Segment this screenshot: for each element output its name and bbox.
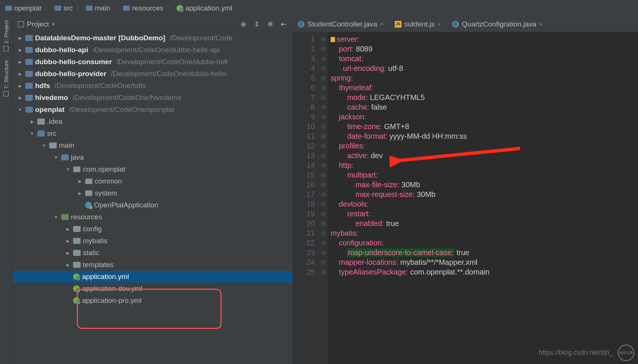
code-line[interactable]: thymeleaf: bbox=[331, 83, 638, 92]
code-line[interactable]: time-zone: GMT+8 bbox=[331, 122, 638, 131]
line-number-gutter: 1234567891011121314151617181920212223242… bbox=[293, 32, 319, 364]
tree-row[interactable]: common bbox=[13, 175, 293, 187]
locate-icon[interactable]: ⊕ bbox=[240, 21, 247, 28]
chevron-icon[interactable] bbox=[77, 179, 83, 184]
code-line[interactable]: date-format: yyyy-MM-dd HH:mm:ss bbox=[331, 131, 638, 141]
code-line[interactable]: enabled: true bbox=[331, 219, 638, 228]
tree-row[interactable]: application-dev.yml bbox=[13, 283, 293, 295]
chevron-icon[interactable] bbox=[17, 36, 23, 41]
code-line[interactable]: mapper-locations: mybatis/**/*Mapper.xml bbox=[331, 257, 638, 267]
editor-tab[interactable]: JSsutdent.js× bbox=[395, 20, 441, 28]
code-line[interactable]: uri-encoding: utf-8 bbox=[331, 63, 638, 73]
chevron-icon[interactable] bbox=[53, 155, 59, 160]
tree-row[interactable]: static bbox=[13, 247, 293, 259]
tree-row[interactable]: .idea bbox=[13, 116, 293, 128]
close-icon[interactable]: × bbox=[380, 21, 384, 27]
tree-row[interactable]: DatatablesDemo-master [DubboDemo]/Develo… bbox=[13, 32, 293, 44]
folder-icon bbox=[61, 214, 69, 220]
code-line[interactable]: server: bbox=[331, 34, 638, 44]
chevron-icon[interactable] bbox=[65, 251, 71, 255]
code-line[interactable]: tomcat: bbox=[331, 54, 638, 63]
chevron-icon[interactable] bbox=[17, 95, 23, 100]
tree-row[interactable]: templates bbox=[13, 259, 293, 271]
tree-item-label: hivedemo bbox=[35, 94, 68, 102]
tree-row[interactable]: src bbox=[13, 128, 293, 139]
code-line[interactable]: mode: LEGACYHTML5 bbox=[331, 92, 638, 102]
code-line[interactable]: active: dev bbox=[331, 151, 638, 160]
chevron-icon[interactable] bbox=[17, 60, 23, 65]
code-area[interactable]: 1234567891011121314151617181920212223242… bbox=[293, 32, 638, 364]
chevron-right-icon: 〉 bbox=[44, 3, 51, 13]
chevron-icon[interactable] bbox=[65, 239, 71, 244]
chevron-icon[interactable] bbox=[29, 131, 35, 136]
toolwindow-project[interactable]: 1: Project bbox=[3, 20, 9, 51]
tree-item-label: system bbox=[95, 189, 117, 197]
tree-row[interactable]: OpenPlatApplication bbox=[13, 199, 293, 211]
tree-row[interactable]: openplat/Development/CodeOne/openplat bbox=[13, 104, 293, 116]
code-line[interactable]: port: 8089 bbox=[331, 44, 638, 54]
breadcrumb-resources[interactable]: resources bbox=[123, 4, 163, 12]
chevron-icon[interactable] bbox=[53, 215, 59, 219]
tree-row[interactable]: system bbox=[13, 187, 293, 199]
code-body[interactable]: server: port: 8089 tomcat: uri-encoding:… bbox=[328, 32, 638, 364]
tree-row[interactable]: dubbo-hello-api/Development/CodeOne/dubb… bbox=[13, 44, 293, 56]
tree-row[interactable]: com.openplat bbox=[13, 163, 293, 175]
code-line[interactable]: typeAliasesPackage: com.openplat.**.doma… bbox=[331, 267, 638, 277]
tree-row[interactable]: dubbo-hello-consumer/Development/CodeOne… bbox=[13, 56, 293, 68]
breadcrumbs: openplat 〉 src 〉 main 〉 resources 〉 appl… bbox=[0, 0, 638, 16]
tree-row[interactable]: hdfs/Development/CodeOne/hdfs bbox=[13, 80, 293, 92]
tree-row[interactable]: hivedemo/Development/CodeOne/hivedemo bbox=[13, 92, 293, 104]
tree-row[interactable]: resources bbox=[13, 211, 293, 223]
editor-tab[interactable]: CStudentController.java× bbox=[298, 20, 384, 28]
tree-row[interactable]: java bbox=[13, 151, 293, 163]
spring-icon bbox=[176, 5, 183, 12]
breadcrumb-src[interactable]: src bbox=[54, 4, 73, 12]
chevron-icon[interactable] bbox=[77, 191, 83, 196]
toolwindow-structure[interactable]: 7: Structure bbox=[3, 60, 9, 97]
fold-gutter[interactable]: ⊟⊟⊟⊟⊟⊟⊟⊟⊟⊟⊟⊟⊟⊟⊟⊟⊟⊟⊟⊟⊟⊟⊟⊟⊟ bbox=[319, 32, 328, 364]
breadcrumb-main[interactable]: main bbox=[86, 4, 110, 12]
code-line[interactable]: max-request-size: 30Mb bbox=[331, 189, 638, 199]
code-line[interactable]: devtools: bbox=[331, 199, 638, 209]
chevron-icon[interactable] bbox=[29, 119, 35, 124]
code-line[interactable]: spring: bbox=[331, 73, 638, 83]
code-line[interactable]: configuration: bbox=[331, 238, 638, 248]
code-line[interactable]: max-file-size: 30Mb bbox=[331, 180, 638, 189]
chevron-down-icon[interactable]: ▾ bbox=[52, 21, 55, 28]
chevron-icon[interactable] bbox=[17, 84, 23, 88]
chevron-icon[interactable] bbox=[65, 263, 71, 267]
tree-row[interactable]: mybatis bbox=[13, 235, 293, 247]
tree-row[interactable]: dubbo-hello-provider/Development/CodeOne… bbox=[13, 68, 293, 80]
chevron-icon[interactable] bbox=[65, 227, 71, 232]
chevron-icon[interactable] bbox=[17, 107, 23, 112]
tree-row[interactable]: main bbox=[13, 139, 293, 151]
code-line[interactable]: http: bbox=[331, 160, 638, 170]
tree-item-path: /Development/CodeOne/openplat bbox=[69, 106, 174, 114]
code-line[interactable]: jackson: bbox=[331, 112, 638, 122]
gear-icon[interactable]: ✲ bbox=[266, 21, 274, 28]
code-line[interactable]: cache: false bbox=[331, 102, 638, 112]
code-line[interactable]: mybatis: bbox=[331, 228, 638, 238]
code-line[interactable]: multipart: bbox=[331, 170, 638, 180]
collapse-icon[interactable]: ⇕ bbox=[253, 21, 260, 28]
tree-row[interactable]: application-pro.yml bbox=[13, 295, 293, 307]
code-line[interactable]: restart: bbox=[331, 209, 638, 219]
project-tree[interactable]: DatatablesDemo-master [DubboDemo]/Develo… bbox=[13, 32, 293, 364]
breadcrumb-openplat[interactable]: openplat bbox=[5, 4, 41, 12]
tree-row[interactable]: config bbox=[13, 223, 293, 235]
close-icon[interactable]: × bbox=[539, 21, 542, 27]
hide-icon[interactable]: ⇤ bbox=[280, 21, 287, 28]
chevron-icon[interactable] bbox=[17, 48, 23, 53]
folder-icon bbox=[25, 47, 33, 53]
folder-icon bbox=[86, 6, 93, 11]
code-line[interactable]: map-underscore-to-camel-case: true bbox=[331, 248, 638, 257]
chevron-icon[interactable] bbox=[17, 72, 23, 76]
tree-row[interactable]: application.yml bbox=[13, 271, 293, 283]
code-line[interactable]: profiles: bbox=[331, 141, 638, 151]
chevron-icon[interactable] bbox=[65, 167, 71, 172]
breadcrumb-file[interactable]: application.yml bbox=[176, 4, 232, 12]
project-panel-title: Project bbox=[27, 20, 49, 28]
editor-tab[interactable]: CQuartzConfigration.java× bbox=[452, 20, 542, 28]
chevron-icon[interactable] bbox=[41, 143, 47, 148]
close-icon[interactable]: × bbox=[438, 21, 441, 27]
